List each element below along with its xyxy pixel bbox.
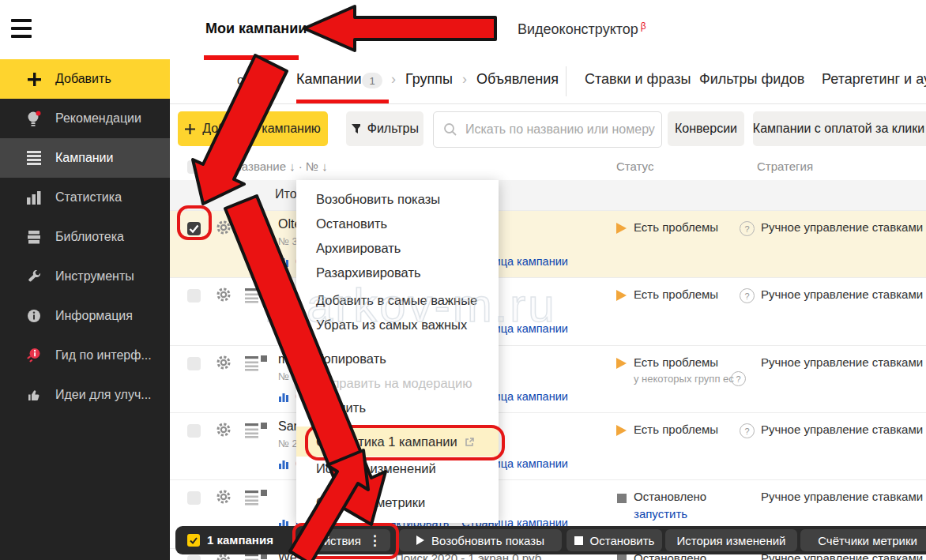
campaign-type-icon (245, 220, 267, 239)
row-checkbox[interactable] (187, 555, 201, 560)
sidebar-item-library[interactable]: Библиотека (0, 217, 170, 257)
gear-icon[interactable] (215, 219, 232, 239)
help-icon[interactable]: ? (740, 423, 755, 438)
col-type[interactable]: Тип (212, 160, 232, 173)
tab-feed-filters[interactable]: Фильтры фидов (699, 71, 804, 88)
tab-groups[interactable]: Группы (405, 71, 453, 88)
stop-button[interactable]: Остановить (567, 529, 662, 551)
guide-rocket-icon (24, 348, 44, 363)
history-button[interactable]: История изменений (665, 529, 797, 551)
tab-ads[interactable]: Объявления (476, 71, 559, 88)
row-checkbox[interactable] (187, 289, 201, 303)
menu-item-delete[interactable]: Удалить (296, 396, 499, 420)
external-link-icon (465, 437, 475, 447)
menu-item-add-important[interactable]: Добавить в самые важные (296, 288, 499, 313)
menu-item-archive[interactable]: Архивировать (296, 236, 499, 261)
resume-button[interactable]: Возобновить показы (399, 529, 562, 551)
payment-filter-dropdown[interactable]: Кампании с оплатой за клики (753, 111, 926, 146)
status-text: Есть проблемы (634, 355, 718, 369)
table-row: Olte № 3 Статистика Редактировать Страни… (170, 210, 926, 278)
counters-button[interactable]: Счётчики метрики (800, 529, 926, 551)
help-icon[interactable]: ? (731, 371, 746, 386)
campaign-type-icon (245, 423, 267, 442)
stopped-square-icon (617, 554, 627, 560)
warning-play-icon (616, 290, 627, 301)
selected-count: 1 кампания (207, 533, 273, 547)
warning-play-icon (616, 358, 627, 369)
sidebar-item-tools[interactable]: Инструменты (0, 257, 170, 296)
filters-button[interactable]: Фильтры (346, 111, 423, 146)
row-checkbox[interactable] (187, 357, 201, 370)
status-text: Есть проблемы (634, 220, 718, 234)
strategy-text: Ручное управление ставками (761, 355, 923, 369)
play-icon (416, 536, 424, 545)
select-all-checkbox[interactable] (187, 160, 201, 174)
start-campaign-link[interactable]: запустить (634, 507, 687, 521)
thumb-up-icon (24, 389, 44, 401)
gear-icon[interactable] (215, 488, 232, 509)
stop-icon (574, 536, 583, 545)
campaign-type-icon (245, 355, 267, 374)
campaign-number: № 5 (278, 370, 298, 382)
menu-item-change-history[interactable]: История изменений (296, 457, 499, 481)
nav-turbo-pages-partial[interactable]: раниц (454, 21, 494, 37)
campaign-type-icon (245, 288, 267, 306)
info-icon (24, 309, 44, 323)
menu-item-statistics[interactable]: Статистика 1 кампании (296, 427, 499, 457)
row-checkbox[interactable] (187, 222, 201, 235)
nav-video-constructor[interactable]: Видеоконструкторβ (518, 21, 646, 38)
menu-item-send-moderation: Отправить на модерацию (296, 371, 499, 396)
tabs-row: о Кампании 1 › Группы › Объявления Ставк… (170, 60, 926, 104)
sidebar-item-interface-guide[interactable]: Гид по интерф... (0, 336, 170, 375)
row-checkbox[interactable] (187, 424, 201, 438)
stats-bars-icon (278, 458, 289, 469)
tab-retargeting[interactable]: Ретаргетинг и ауд (822, 71, 926, 88)
row-checkbox[interactable] (187, 491, 201, 505)
conversions-button[interactable]: Конверсии (668, 111, 744, 146)
sidebar: Добавить Рекомендации Кампании Статистик… (0, 59, 170, 560)
menu-item-stop[interactable]: Остановить (296, 212, 499, 236)
tab-bids-phrases[interactable]: Ставки и фразы (585, 71, 691, 88)
sidebar-item-information[interactable]: Информация (0, 296, 170, 336)
wrench-icon (24, 270, 44, 284)
stats-bars-icon (278, 391, 289, 402)
menu-item-copy[interactable]: Копировать (296, 347, 499, 371)
selected-checkbox[interactable] (187, 534, 200, 547)
help-icon[interactable]: ? (740, 221, 755, 236)
gear-icon[interactable] (215, 354, 232, 374)
nav-video-constructor-label: Видеоконструктор (518, 21, 638, 37)
bar-chart-icon (24, 191, 44, 205)
sidebar-item-campaigns[interactable]: Кампании (0, 138, 170, 178)
sidebar-item-recommendations[interactable]: Рекомендации (0, 99, 170, 138)
sidebar-item-statistics[interactable]: Статистика (0, 178, 170, 217)
col-status[interactable]: Статус (616, 160, 653, 173)
sidebar-item-add[interactable]: Добавить (0, 59, 170, 99)
actions-button[interactable]: Действия ⋮ (300, 529, 390, 551)
col-name-number-sort[interactable]: Название ↓ · № ↓ (233, 160, 328, 173)
kebab-dots-icon: ⋮ (368, 532, 382, 549)
menu-item-resume[interactable]: Возобновить показы (296, 187, 499, 212)
menu-item-remove-important[interactable]: Убрать из самых важных (296, 313, 499, 337)
nav-my-campaigns[interactable]: Мои кампании (205, 21, 307, 37)
search-input[interactable] (464, 112, 657, 147)
hamburger-menu-icon[interactable] (11, 19, 32, 38)
totals-row: Итого (170, 180, 926, 210)
menu-item-unarchive[interactable]: Разархивировать (296, 261, 499, 285)
add-campaign-button[interactable]: Добавить кампанию (178, 111, 328, 146)
menu-item-metrica-counters[interactable]: Счётчики метрики (296, 490, 499, 515)
table-row: Рит № 3 Статистика Редактировать Страниц… (170, 277, 926, 346)
tab-campaigns[interactable]: Кампании (296, 71, 362, 88)
view-selector-dropdown[interactable]: о (237, 73, 258, 88)
stopped-square-icon (617, 494, 627, 503)
sidebar-item-ideas[interactable]: Идеи для улуч... (0, 375, 170, 415)
gear-icon[interactable] (215, 286, 232, 306)
chevron-down-icon (250, 78, 258, 84)
help-icon[interactable]: ? (740, 288, 755, 303)
strategy-text: Ручное управление ставками (761, 220, 923, 234)
campaign-number: № 3 (278, 235, 298, 247)
funnel-icon (351, 123, 360, 134)
col-strategy[interactable]: Стратегия (757, 160, 813, 173)
gear-icon[interactable] (215, 421, 232, 442)
stats-bars-icon (278, 323, 289, 334)
campaign-number: № 2 (278, 438, 298, 449)
